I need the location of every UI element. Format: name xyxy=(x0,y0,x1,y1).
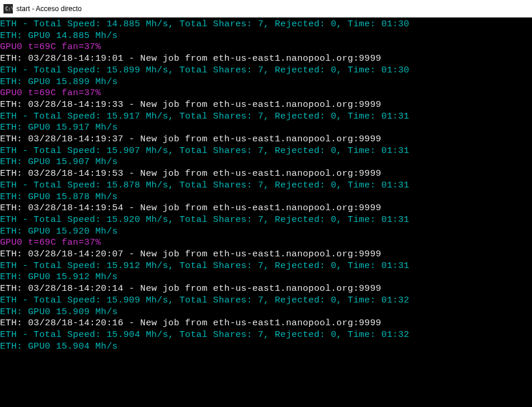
console-window: C:\ start - Acceso directo ETH - Total S… xyxy=(0,0,532,407)
window-title: start - Acceso directo xyxy=(16,5,82,13)
console-line: ETH - Total Speed: 15.909 Mh/s, Total Sh… xyxy=(0,295,532,307)
console-line: ETH: GPU0 15.909 Mh/s xyxy=(0,307,532,318)
console-line: ETH: 03/28/18-14:20:14 - New job from et… xyxy=(0,283,532,295)
titlebar[interactable]: C:\ start - Acceso directo xyxy=(0,0,532,18)
console-line: GPU0 t=69C fan=37% xyxy=(0,237,532,249)
console-line: ETH: 03/28/18-14:19:37 - New job from et… xyxy=(0,134,532,145)
console-line: ETH - Total Speed: 15.878 Mh/s, Total Sh… xyxy=(0,180,532,192)
console-line: ETH - Total Speed: 15.904 Mh/s, Total Sh… xyxy=(0,329,532,341)
cmd-icon: C:\ xyxy=(4,4,13,13)
console-line: ETH: GPU0 15.920 Mh/s xyxy=(0,226,532,238)
console-line: ETH - Total Speed: 14.885 Mh/s, Total Sh… xyxy=(0,19,532,30)
svg-text:C:\: C:\ xyxy=(5,6,13,12)
console-line: ETH: GPU0 15.878 Mh/s xyxy=(0,192,532,203)
console-line: ETH - Total Speed: 15.899 Mh/s, Total Sh… xyxy=(0,65,532,76)
console-line: ETH: 03/28/18-14:19:33 - New job from et… xyxy=(0,99,532,111)
console-line: ETH - Total Speed: 15.912 Mh/s, Total Sh… xyxy=(0,260,532,272)
console-line: GPU0 t=69C fan=37% xyxy=(0,88,532,99)
console-line: ETH: 03/28/18-14:20:07 - New job from et… xyxy=(0,249,532,260)
console-line: ETH: 03/28/18-14:19:54 - New job from et… xyxy=(0,203,532,214)
console-line: ETH: GPU0 15.917 Mh/s xyxy=(0,122,532,134)
console-line: ETH: 03/28/18-14:20:16 - New job from et… xyxy=(0,318,532,329)
console-line: ETH: 03/28/18-14:19:01 - New job from et… xyxy=(0,53,532,65)
console-line: GPU0 t=69C fan=37% xyxy=(0,41,532,53)
console-output[interactable]: ETH - Total Speed: 14.885 Mh/s, Total Sh… xyxy=(0,18,532,407)
console-line: ETH: 03/28/18-14:19:53 - New job from et… xyxy=(0,168,532,180)
console-line: ETH - Total Speed: 15.907 Mh/s, Total Sh… xyxy=(0,145,532,157)
console-line: ETH: GPU0 15.912 Mh/s xyxy=(0,272,532,283)
console-line: ETH: GPU0 14.885 Mh/s xyxy=(0,30,532,42)
console-line: ETH - Total Speed: 15.917 Mh/s, Total Sh… xyxy=(0,111,532,123)
console-line: ETH: GPU0 15.904 Mh/s xyxy=(0,341,532,353)
console-line: ETH - Total Speed: 15.920 Mh/s, Total Sh… xyxy=(0,214,532,226)
console-line: ETH: GPU0 15.899 Mh/s xyxy=(0,76,532,88)
console-line: ETH: GPU0 15.907 Mh/s xyxy=(0,156,532,168)
